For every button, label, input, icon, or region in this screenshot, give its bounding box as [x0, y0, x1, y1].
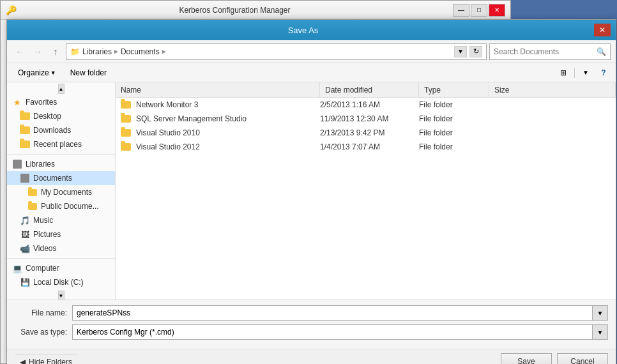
organize-button[interactable]: Organize ▼ [12, 66, 62, 80]
address-refresh-btn[interactable]: ↻ [469, 46, 482, 57]
save-as-dialog: Save As ✕ ← → ↑ 📁 Libraries ► Documents … [6, 19, 616, 364]
file-date-1: 11/9/2013 12:30 AM [320, 114, 419, 123]
filename-input[interactable] [72, 305, 593, 321]
back-button[interactable]: ← [12, 44, 27, 59]
address-toolbar: ← → ↑ 📁 Libraries ► Documents ► ▼ ↻ 🔍 [7, 40, 616, 63]
column-header-size[interactable]: Size [489, 82, 616, 97]
forward-button[interactable]: → [30, 44, 45, 59]
view-toggle-button[interactable]: ⊞ [555, 66, 572, 80]
organize-toolbar: Organize ▼ New folder ⊞ ▼ ? [7, 63, 616, 82]
column-header-name[interactable]: Name [116, 82, 320, 97]
search-box[interactable]: 🔍 [489, 43, 611, 60]
address-bar[interactable]: 📁 Libraries ► Documents ► ▼ ↻ [66, 43, 487, 60]
sidebar-documents-label: Documents [33, 174, 72, 183]
breadcrumb-libraries[interactable]: Libraries [82, 47, 112, 56]
nav-scroll-up[interactable]: ▲ [58, 84, 65, 94]
recent-folder-icon [20, 139, 30, 149]
file-folder-icon-2 [116, 129, 136, 137]
organize-label: Organize [18, 68, 49, 77]
dialog-buttons: Save Cancel [501, 353, 608, 364]
search-input[interactable] [494, 47, 594, 56]
sidebar-item-libraries[interactable]: Libraries [7, 157, 115, 171]
sidebar-local-disk-label: Local Disk (C:) [33, 278, 84, 287]
public-documents-icon [27, 201, 38, 211]
sidebar-item-music[interactable]: 🎵 Music [7, 213, 115, 227]
file-type-0: File folder [419, 100, 489, 109]
dialog-close-button[interactable]: ✕ [594, 24, 611, 36]
sidebar-computer-label: Computer [26, 264, 59, 273]
savetype-label: Save as type: [15, 328, 72, 337]
star-icon: ★ [12, 97, 22, 107]
file-type-2: File folder [419, 128, 489, 137]
cancel-button[interactable]: Cancel [557, 353, 608, 364]
organize-dropdown-icon: ▼ [50, 70, 56, 76]
desktop-folder-icon [20, 111, 30, 121]
sidebar-my-documents-label: My Documents [41, 188, 92, 197]
hide-folders-icon: ◀ [20, 358, 26, 365]
my-documents-icon [27, 187, 38, 197]
file-date-0: 2/5/2013 1:16 AM [320, 100, 419, 109]
filename-dropdown[interactable]: ▼ [593, 305, 608, 321]
new-folder-button[interactable]: New folder [65, 66, 112, 80]
sidebar-item-desktop[interactable]: Desktop [7, 109, 115, 123]
sidebar-item-local-disk[interactable]: 💾 Local Disk (C:) [7, 275, 115, 289]
folder-icon: 📁 [70, 47, 80, 56]
dialog-titlebar: Save As ✕ [7, 20, 616, 40]
nav-separator-1 [7, 154, 115, 155]
column-header-type[interactable]: Type [419, 82, 489, 97]
filename-label: File name: [15, 308, 72, 317]
file-items: Network Monitor 3 2/5/2013 1:16 AM File … [116, 98, 616, 300]
file-type-1: File folder [419, 114, 489, 123]
modal-overlay: Save As ✕ ← → ↑ 📁 Libraries ► Documents … [0, 0, 617, 364]
savetype-input[interactable] [72, 324, 593, 340]
nav-panel: ▲ ★ Favorites Desktop [7, 82, 116, 300]
sidebar-libraries-label: Libraries [26, 160, 55, 169]
sidebar-item-computer[interactable]: 💻 Computer [7, 261, 115, 275]
sidebar-item-recent[interactable]: Recent places [7, 137, 115, 151]
column-header-date[interactable]: Date modified [320, 82, 419, 97]
file-name-3: Visual Studio 2012 [136, 142, 320, 151]
up-button[interactable]: ↑ [48, 44, 63, 59]
sidebar-item-downloads[interactable]: Downloads [7, 123, 115, 137]
sidebar-item-documents[interactable]: Documents [7, 171, 115, 185]
sidebar-item-public-documents[interactable]: Public Docume... [7, 199, 115, 213]
savetype-row: Save as type: ▼ [15, 324, 608, 340]
sidebar-music-label: Music [33, 216, 53, 225]
table-row[interactable]: SQL Server Management Studio 11/9/2013 1… [116, 112, 616, 126]
sidebar-public-documents-label: Public Docume... [41, 202, 99, 211]
sidebar-item-videos[interactable]: 📹 Videos [7, 241, 115, 255]
table-row[interactable]: Network Monitor 3 2/5/2013 1:16 AM File … [116, 98, 616, 112]
nav-scroll-down[interactable]: ▼ [58, 291, 65, 300]
sidebar-item-favorites[interactable]: ★ Favorites [7, 95, 115, 109]
savetype-dropdown[interactable]: ▼ [593, 324, 608, 340]
view-dropdown-button[interactable]: ▼ [577, 66, 594, 80]
file-name-2: Visual Studio 2010 [136, 128, 320, 137]
file-folder-icon-1 [116, 115, 136, 123]
address-dropdown-btn[interactable]: ▼ [454, 46, 467, 57]
sidebar-videos-label: Videos [33, 244, 56, 253]
nav-separator-2 [7, 258, 115, 259]
file-list-header: Name Date modified Type Size [116, 82, 616, 98]
videos-icon: 📹 [20, 243, 30, 254]
search-icon: 🔍 [597, 47, 606, 56]
pictures-icon: 🖼 [20, 229, 30, 239]
help-button[interactable]: ? [597, 66, 611, 80]
sidebar-item-pictures[interactable]: 🖼 Pictures [7, 227, 115, 241]
table-row[interactable]: Visual Studio 2010 2/13/2013 9:42 PM Fil… [116, 126, 616, 140]
breadcrumb: Libraries ► Documents ► [82, 47, 167, 56]
hide-folders-button[interactable]: ◀ Hide Folders [15, 354, 77, 365]
breadcrumb-documents[interactable]: Documents [121, 47, 160, 56]
file-name-1: SQL Server Management Studio [136, 114, 320, 123]
sidebar-pictures-label: Pictures [33, 230, 61, 239]
file-folder-icon-0 [116, 101, 136, 109]
save-button[interactable]: Save [501, 353, 552, 364]
file-folder-icon-3 [116, 143, 136, 151]
table-row[interactable]: Visual Studio 2012 1/4/2013 7:07 AM File… [116, 140, 616, 154]
filename-row: File name: ▼ [15, 305, 608, 321]
toolbar-right: ⊞ ▼ ? [555, 66, 611, 80]
downloads-folder-icon [20, 125, 30, 135]
action-row: ◀ Hide Folders Save Cancel [7, 349, 616, 364]
sidebar-item-my-documents[interactable]: My Documents [7, 185, 115, 199]
file-list: Name Date modified Type Size [116, 82, 616, 300]
content-area: ▲ ★ Favorites Desktop [7, 82, 616, 300]
